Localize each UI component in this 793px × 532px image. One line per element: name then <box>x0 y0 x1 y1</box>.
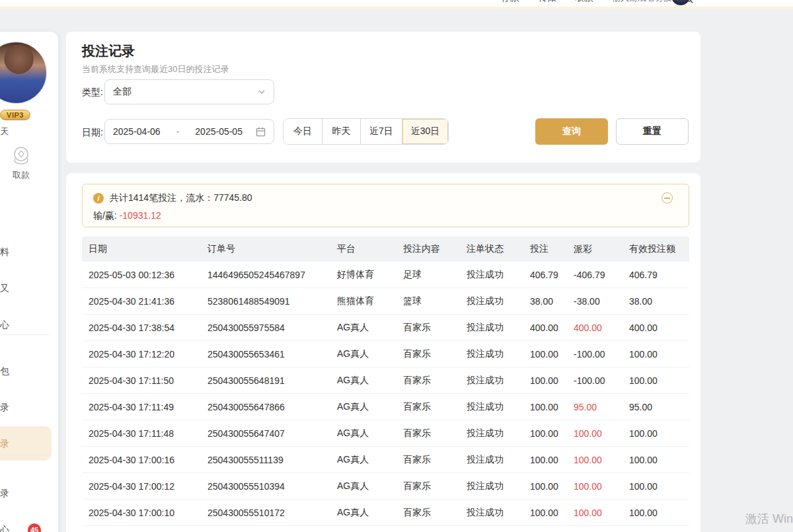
filter-card: 投注记录 当前系统支持查询最近30日的投注记录 类型: 全部 日期: 2025-… <box>66 32 700 163</box>
page-subtitle: 当前系统支持查询最近30日的投注记录 <box>82 63 229 75</box>
cell-platform: 熊猫体育 <box>337 295 403 307</box>
table-row[interactable]: 2025-04-30 17:11:48250430055647407AG真人百家… <box>82 420 689 447</box>
sidebar-item[interactable]: 录 <box>0 479 52 507</box>
cell-order-no: 250430055647407 <box>208 428 337 439</box>
betting-records-page: { "colors": { "accent": "#d9a54c", "red"… <box>0 0 793 532</box>
cell-status: 投注成功 <box>467 507 530 519</box>
membership-day-text: 第27天 <box>0 126 32 137</box>
windows-activation-watermark: 激活 Windows <box>745 511 793 527</box>
cell-valid-amount: 100.00 <box>629 508 683 518</box>
cell-status: 投注成功 <box>467 269 530 281</box>
cell-platform: AG真人 <box>337 480 403 492</box>
cell-date: 2025-04-30 17:11:50 <box>89 375 208 386</box>
quick-range-2[interactable]: 近7日 <box>360 119 402 144</box>
cell-bet-amount: 100.00 <box>530 375 574 386</box>
cell-bet-content: 百家乐 <box>403 480 467 492</box>
cell-valid-amount: 100.00 <box>629 349 683 360</box>
cell-status: 投注成功 <box>467 401 530 413</box>
column-header-3: 投注内容 <box>403 243 467 255</box>
date-to-value: 2025-05-05 <box>195 126 243 137</box>
table-row[interactable]: 2025-04-30 21:41:365238061488549091熊猫体育篮… <box>82 288 689 315</box>
column-header-5: 投注 <box>530 243 574 255</box>
sidebar-item[interactable]: 包 <box>0 357 52 385</box>
cell-platform: AG真人 <box>337 348 403 360</box>
sidebar-item-active[interactable]: 录 <box>0 426 52 461</box>
date-range-input[interactable]: 2025-04-06 - 2025-05-05 <box>104 119 274 144</box>
cell-platform: AG真人 <box>337 428 403 439</box>
topnav-item-transfer[interactable]: 转账 <box>538 0 556 5</box>
cell-valid-amount: 100.00 <box>629 455 683 465</box>
cell-valid-amount: 95.00 <box>629 402 683 412</box>
cell-date: 2025-04-30 17:11:48 <box>89 428 208 439</box>
cell-status: 投注成功 <box>467 428 530 439</box>
table-row[interactable]: 2025-04-30 17:00:16250430055511139AG真人百家… <box>82 447 689 473</box>
sidebar-item[interactable]: 录 <box>0 393 52 421</box>
user-avatar[interactable] <box>0 41 48 104</box>
cell-status: 投注成功 <box>467 454 530 466</box>
collapse-minus-icon[interactable] <box>661 192 673 204</box>
table-row[interactable]: 2025-04-30 17:00:12250430055510394AG真人百家… <box>82 473 689 500</box>
cell-bet-content: 百家乐 <box>403 348 467 360</box>
cell-bet-amount: 100.00 <box>530 455 574 465</box>
cell-date: 2025-04-30 17:00:10 <box>89 508 208 518</box>
cell-status: 投注成功 <box>467 322 530 334</box>
summary-total-text: 共计1414笔投注，流水：77745.80 <box>110 192 252 204</box>
sidebar-item[interactable]: 料 <box>0 238 52 266</box>
cell-bet-content: 百家乐 <box>403 507 467 519</box>
column-header-6: 派彩 <box>574 243 629 255</box>
reset-button[interactable]: 重置 <box>616 118 689 145</box>
table-row[interactable]: 2025-04-30 17:11:49250430055647866AG真人百家… <box>82 394 689 420</box>
vip-badge: VIP3 <box>0 110 30 120</box>
cell-bet-amount: 406.79 <box>530 270 574 280</box>
page-title: 投注记录 <box>82 42 135 60</box>
column-header-0: 日期 <box>89 243 208 255</box>
table-row[interactable]: 2025-04-30 17:11:50250430055648191AG真人百家… <box>82 367 689 394</box>
topbar-accent-strip <box>0 7 793 9</box>
quick-range-3[interactable]: 近30日 <box>402 119 449 144</box>
table-row[interactable]: 2025-05-03 00:12:361446496505245467897好博… <box>82 262 689 288</box>
withdraw-diamond-icon <box>10 145 32 167</box>
sidebar-item[interactable]: 又 <box>0 274 52 302</box>
cell-date: 2025-05-03 00:12:36 <box>89 270 208 280</box>
quick-range-0[interactable]: 今日 <box>283 119 322 144</box>
cell-platform: AG真人 <box>337 454 403 466</box>
topnav-item-withdraw[interactable]: 取款 <box>575 0 593 5</box>
cell-status: 投注成功 <box>467 375 530 387</box>
cell-bet-content: 百家乐 <box>403 454 467 466</box>
withdraw-quick-action[interactable]: 取款 <box>0 145 42 181</box>
calendar-icon <box>256 127 266 137</box>
table-row[interactable]: 2025-04-30 17:00:10250430055510172AG真人百家… <box>82 500 689 526</box>
cell-bet-amount: 100.00 <box>530 402 574 412</box>
cell-payout: -100.00 <box>574 349 629 360</box>
cell-payout: 100.00 <box>574 508 629 518</box>
cell-order-no: 250430055510172 <box>208 508 337 518</box>
cell-bet-amount: 100.00 <box>530 428 574 439</box>
type-select-value: 全部 <box>113 86 258 98</box>
sidebar-item[interactable]: 心45 <box>0 515 52 532</box>
cell-valid-amount: 406.79 <box>629 270 683 280</box>
bet-records-table: 日期订单号平台投注内容注单状态投注派彩有效投注额 2025-05-03 00:1… <box>82 237 689 526</box>
cell-date: 2025-04-30 17:00:16 <box>89 455 208 465</box>
cell-bet-content: 百家乐 <box>403 428 467 439</box>
cell-valid-amount: 400.00 <box>629 323 683 333</box>
table-row[interactable]: 2025-04-30 17:12:20250430055653461AG真人百家… <box>82 341 689 367</box>
query-button[interactable]: 查询 <box>535 118 608 145</box>
cell-bet-amount: 100.00 <box>530 508 574 518</box>
quick-date-range-group: 今日昨天近7日近30日 <box>283 118 449 145</box>
topnav-item-deposit[interactable]: 存款 <box>501 0 519 5</box>
type-filter-label: 类型: <box>82 87 103 98</box>
cell-valid-amount: 38.00 <box>629 296 683 307</box>
table-header-row: 日期订单号平台投注内容注单状态投注派彩有效投注额 <box>82 237 689 262</box>
cell-payout: 95.00 <box>574 402 629 412</box>
sidebar: VIP3 第27天 取款 料又心包录录录心45 <box>0 32 58 532</box>
type-select[interactable]: 全部 <box>104 79 274 104</box>
cell-order-no: 250430055648191 <box>208 375 337 386</box>
cell-order-no: 250430055510394 <box>208 481 337 492</box>
cell-status: 投注成功 <box>467 295 530 307</box>
quick-range-1[interactable]: 昨天 <box>322 119 360 144</box>
table-row[interactable]: 2025-04-30 17:38:54250430055975584AG真人百家… <box>82 315 689 341</box>
cell-order-no: 250430055511139 <box>208 455 337 465</box>
results-card: i 共计1414笔投注，流水：77745.80 输/赢: -10931.12 日… <box>66 173 700 532</box>
cell-platform: AG真人 <box>337 401 403 413</box>
cell-bet-amount: 100.00 <box>530 349 574 360</box>
